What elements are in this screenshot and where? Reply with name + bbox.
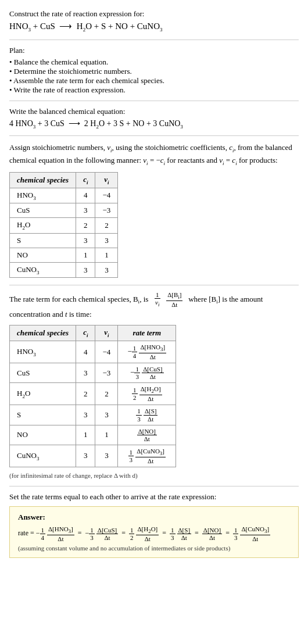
rate-term-intro: The rate term for each chemical species,… [9, 291, 299, 320]
col-vi-2: νi [95, 325, 118, 341]
plan-item-3: • Assemble the rate term for each chemic… [9, 76, 299, 85]
col-species-2: chemical species [10, 325, 76, 341]
delta-note: (for infinitesimal rate of change, repla… [9, 472, 299, 479]
rt-ci-cuno3: 3 [76, 445, 95, 467]
rt-species-cuno3: CuNO3 [10, 445, 76, 467]
vi-s: 3 [95, 233, 118, 248]
species-s: S [10, 233, 76, 248]
plan-item-4: • Write the rate of reaction expression. [9, 85, 299, 95]
plan-title: Plan: [9, 46, 299, 55]
col-vi-1: νi [95, 172, 118, 188]
balanced-equation: 4 HNO3 + 3 CuS ⟶ 2 H2O + 3 S + NO + 3 Cu… [9, 119, 299, 130]
set-rate-text: Set the rate terms equal to each other t… [9, 492, 299, 502]
header-title: Construct the rate of reaction expressio… [9, 9, 299, 19]
rt-ci-s: 3 [76, 405, 95, 425]
stoich-table: chemical species ci νi HNO3 4 −4 CuS 3 −… [9, 172, 118, 278]
ci-s: 3 [76, 233, 95, 248]
rt-term-cuno3: 13 Δ[CuNO3]Δt [118, 445, 176, 467]
rt-vi-cuno3: 3 [95, 445, 118, 467]
rt-ci-h2o: 2 [76, 383, 95, 405]
col-rate-term: rate term [118, 325, 176, 341]
table-row: S 3 3 13 Δ[S]Δt [10, 405, 176, 425]
divider-4 [9, 285, 299, 285]
rt-vi-s: 3 [95, 405, 118, 425]
assign-text: Assign stoichiometric numbers, νi, using… [9, 142, 299, 167]
rt-ci-cus: 3 [76, 363, 95, 383]
rt-vi-no: 1 [95, 425, 118, 445]
table-row: CuNO3 3 3 13 Δ[CuNO3]Δt [10, 445, 176, 467]
col-species-1: chemical species [10, 172, 76, 188]
table-row: S 3 3 [10, 233, 118, 248]
rt-term-s: 13 Δ[S]Δt [118, 405, 176, 425]
rate-term-table: chemical species ci νi rate term HNO3 4 … [9, 325, 176, 467]
divider-5 [9, 486, 299, 486]
rt-ci-no: 1 [76, 425, 95, 445]
species-no: NO [10, 248, 76, 262]
table-row: HNO3 4 −4 −14 Δ[HNO3]Δt [10, 341, 176, 363]
species-cuno3: CuNO3 [10, 262, 76, 278]
ci-hno3: 4 [76, 188, 95, 203]
col-ci-2: ci [76, 325, 95, 341]
balanced-title: Write the balanced chemical equation: [9, 107, 299, 116]
rt-vi-h2o: 2 [95, 383, 118, 405]
table-row: NO 1 1 [10, 248, 118, 262]
rt-ci-hno3: 4 [76, 341, 95, 363]
rt-species-cus: CuS [10, 363, 76, 383]
vi-no: 1 [95, 248, 118, 262]
table-row: H2O 2 2 [10, 218, 118, 234]
rate-delta-intro: Δ[Bi] Δt [166, 291, 182, 308]
ci-cuno3: 3 [76, 262, 95, 278]
vi-cus: −3 [95, 203, 118, 218]
header-reaction: HNO3 + CuS ⟶ H2O + S + NO + CuNO3 [9, 21, 299, 33]
rt-vi-cus: −3 [95, 363, 118, 383]
vi-hno3: −4 [95, 188, 118, 203]
answer-box: Answer: rate = −14 Δ[HNO3]Δt = −13 Δ[CuS… [9, 506, 299, 558]
answer-note: (assuming constant volume and no accumul… [18, 545, 290, 552]
table-row: CuNO3 3 3 [10, 262, 118, 278]
vi-cuno3: 3 [95, 262, 118, 278]
species-hno3: HNO3 [10, 188, 76, 203]
divider-3 [9, 135, 299, 136]
rt-species-hno3: HNO3 [10, 341, 76, 363]
answer-rate: rate = −14 Δ[HNO3]Δt = −13 Δ[CuS]Δt = 12… [18, 525, 290, 542]
table-row: H2O 2 2 12 Δ[H2O]Δt [10, 383, 176, 405]
rt-species-s: S [10, 405, 76, 425]
species-cus: CuS [10, 203, 76, 218]
table-row: CuS 3 −3 −13 Δ[CuS]Δt [10, 363, 176, 383]
vi-h2o: 2 [95, 218, 118, 234]
rt-term-h2o: 12 Δ[H2O]Δt [118, 383, 176, 405]
table-row: CuS 3 −3 [10, 203, 118, 218]
rt-species-h2o: H2O [10, 383, 76, 405]
species-h2o: H2O [10, 218, 76, 234]
rt-term-cus: −13 Δ[CuS]Δt [118, 363, 176, 383]
table-row: HNO3 4 −4 [10, 188, 118, 203]
rt-term-no: Δ[NO]Δt [118, 425, 176, 445]
ci-cus: 3 [76, 203, 95, 218]
divider-2 [9, 101, 299, 101]
rt-vi-hno3: −4 [95, 341, 118, 363]
rate-frac-intro: 1 νi [154, 291, 160, 308]
table-row: NO 1 1 Δ[NO]Δt [10, 425, 176, 445]
plan-item-1: • Balance the chemical equation. [9, 58, 299, 67]
divider-1 [9, 40, 299, 40]
plan-item-2: • Determine the stoichiometric numbers. [9, 67, 299, 76]
ci-no: 1 [76, 248, 95, 262]
rt-term-hno3: −14 Δ[HNO3]Δt [118, 341, 176, 363]
rt-species-no: NO [10, 425, 76, 445]
ci-h2o: 2 [76, 218, 95, 234]
answer-label: Answer: [18, 513, 290, 522]
col-ci-1: ci [76, 172, 95, 188]
